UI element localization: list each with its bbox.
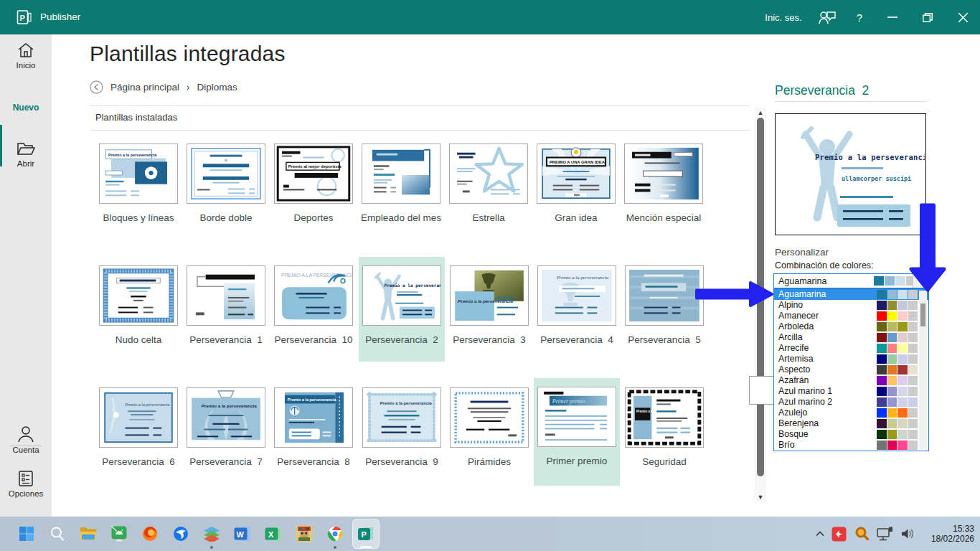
start-button[interactable]	[17, 524, 36, 543]
close-button[interactable]	[958, 13, 968, 22]
file-explorer-icon[interactable]	[79, 524, 98, 543]
template-cell-deportes[interactable]: Premio al mejor deportista Deportes	[270, 135, 357, 240]
thunderbird-icon[interactable]	[171, 524, 190, 543]
backstage-sidebar: Inicio Nuevo Abrir Cuenta Opciones	[0, 34, 52, 517]
sidebar-item-inicio[interactable]: Inicio	[0, 42, 52, 70]
breadcrumb-root[interactable]: Página principal	[110, 82, 179, 93]
color-scheme-option[interactable]: Alpino	[774, 300, 928, 311]
template-cell-seguridad[interactable]: Premio a la seguridad Seguridad	[621, 379, 707, 484]
color-scheme-option[interactable]: Artemisa	[774, 354, 928, 364]
sidebar-item-nuevo[interactable]: Nuevo	[0, 103, 52, 113]
color-scheme-swatches	[877, 387, 918, 396]
template-cell-bloques-y-lineas[interactable]: Premio a la perseverancia Bloques y líne…	[95, 135, 182, 240]
template-label: Perseverancia 1	[177, 334, 275, 345]
color-scheme-combobox[interactable]: Aguamarina	[773, 273, 929, 288]
game-app-icon[interactable]	[295, 524, 314, 543]
template-label: Primer premio	[528, 456, 626, 466]
template-cell-nudo-celta[interactable]: Nudo celta	[95, 257, 182, 362]
scheme-list-scrollbar[interactable]	[919, 291, 927, 449]
sign-in-button[interactable]: Inic. ses.	[755, 0, 812, 34]
active-app-underline	[360, 546, 372, 548]
sidebar-item-label: Nuevo	[13, 103, 39, 113]
template-cell-mencion-especial[interactable]: Mención especial	[621, 135, 707, 240]
tray-network-icon[interactable]	[877, 527, 894, 541]
main-scrollbar-thumb[interactable]	[757, 118, 764, 476]
color-scheme-option[interactable]: Aspecto	[774, 364, 928, 375]
help-button[interactable]: ?	[849, 0, 870, 34]
combobox-value: Aguamarina	[778, 276, 826, 286]
firefox-icon[interactable]	[141, 524, 159, 543]
color-scheme-option[interactable]: Azul marino 2	[774, 397, 928, 408]
color-scheme-option[interactable]: Bosque	[774, 429, 928, 440]
template-cell-piramides[interactable]: Pirámides	[446, 379, 532, 484]
stack-app-icon[interactable]	[202, 524, 221, 543]
template-cell-primer-premio[interactable]: Primer premio Primer premio	[534, 378, 620, 486]
template-cell-perseverancia-6[interactable]: Premio a la perseverancia Perseverancia …	[95, 379, 182, 484]
color-scheme-option[interactable]: Azul marino 1	[774, 386, 928, 397]
template-cell-perseverancia-4[interactable]: Premio a la perseverancia Perseverancia …	[534, 257, 620, 362]
clock-date: 18/02/2026	[923, 534, 974, 544]
word-icon[interactable]: W	[233, 524, 252, 543]
restore-button[interactable]	[923, 13, 933, 22]
tray-magnifier-icon[interactable]	[854, 526, 870, 542]
publisher-taskbar-icon[interactable]: P	[357, 524, 375, 543]
template-cell-perseverancia-8[interactable]: Premio a la perseverancia Perseverancia …	[270, 379, 357, 484]
chrome-icon[interactable]	[326, 524, 344, 543]
taskbar-clock[interactable]: 15:33 18/02/2026	[923, 524, 974, 544]
chevron-down-icon[interactable]	[913, 274, 928, 288]
sidebar-item-abrir[interactable]: Abrir	[0, 140, 52, 168]
color-scheme-option[interactable]: Arboleda	[774, 321, 928, 332]
search-icon[interactable]	[48, 524, 67, 543]
svg-text:X: X	[268, 530, 274, 539]
template-thumbnail: Premio a la perseverancia	[187, 387, 265, 448]
tray-chevron-up-icon[interactable]	[816, 531, 824, 537]
template-label: Pirámides	[440, 456, 538, 467]
template-cell-perseverancia-1[interactable]: Perseverancia 1	[183, 257, 269, 362]
color-scheme-option[interactable]: Azafrán	[774, 375, 928, 386]
color-scheme-list[interactable]: AguamarinaAlpinoAmanecerArboledaArcillaA…	[773, 288, 929, 451]
color-scheme-option[interactable]: Arcilla	[774, 332, 928, 343]
template-thumbnail	[625, 265, 704, 326]
tray-red-app-icon[interactable]	[831, 527, 847, 542]
color-scheme-option[interactable]: Arrecife	[774, 343, 928, 354]
scroll-up-icon[interactable]: ▲	[757, 109, 764, 116]
template-thumbnail	[450, 387, 529, 448]
template-cell-gran-idea[interactable]: PREMIO A UNA GRAN IDEA Gran idea	[533, 135, 619, 240]
color-scheme-option[interactable]: Brío	[774, 440, 928, 451]
android-app-icon[interactable]	[110, 524, 128, 543]
template-cell-perseverancia-5[interactable]: Perseverancia 5	[621, 257, 707, 362]
color-scheme-option-label: Aguamarina	[778, 289, 826, 299]
color-scheme-swatches	[877, 333, 918, 342]
sidebar-item-cuenta[interactable]: Cuenta	[0, 425, 52, 454]
template-cell-perseverancia-10[interactable]: PREMIO A LA PERSEVERANCIA Perseverancia …	[270, 257, 357, 362]
feedback-icon[interactable]	[818, 9, 837, 25]
color-scheme-option[interactable]: Amanecer	[774, 311, 928, 321]
svg-text:Primer premio: Primer premio	[552, 398, 585, 405]
color-scheme-option[interactable]: Azulejo	[774, 408, 928, 418]
scheme-list-scrollbar-thumb[interactable]	[920, 303, 925, 326]
template-cell-perseverancia-7[interactable]: Premio a la perseverancia Perseverancia …	[183, 379, 269, 484]
template-thumbnail: PREMIO A LA PERSEVERANCIA	[274, 265, 353, 326]
minimize-button[interactable]	[887, 17, 897, 18]
template-thumbnail	[99, 265, 178, 326]
color-scheme-option[interactable]: Aguamarina	[774, 289, 928, 300]
scroll-down-icon[interactable]: ▼	[757, 494, 764, 501]
template-cell-perseverancia-9[interactable]: Premio a la perseverancia Perseverancia …	[359, 379, 445, 484]
template-cell-perseverancia-3[interactable]: Premio a la perseverancia Perseverancia …	[446, 257, 532, 362]
template-thumbnail	[449, 143, 528, 204]
sidebar-item-opciones[interactable]: Opciones	[0, 470, 52, 498]
template-label: Mención especial	[615, 212, 712, 223]
template-cell-borde-doble[interactable]: Borde doble	[183, 135, 269, 240]
excel-icon[interactable]: X	[264, 524, 283, 543]
back-button[interactable]	[90, 80, 103, 94]
template-cell-empleado-del-mes[interactable]: Empleado del mes	[358, 135, 444, 240]
template-cell-estrella[interactable]: Estrella	[446, 135, 532, 240]
template-label: Borde doble	[177, 212, 275, 223]
svg-text:Premio a la perseverancia: Premio a la perseverancia	[108, 153, 157, 157]
color-scheme-swatches	[877, 322, 918, 331]
template-thumbnail: Premio a la perseverancia	[99, 387, 178, 448]
tray-speaker-icon[interactable]	[901, 527, 915, 540]
color-scheme-option[interactable]: Berenjena	[774, 418, 928, 429]
template-cell-perseverancia-2[interactable]: Premio a la perseverancia Perseverancia …	[359, 257, 445, 362]
main-scrollbar[interactable]: ▲ ▼	[755, 108, 766, 502]
